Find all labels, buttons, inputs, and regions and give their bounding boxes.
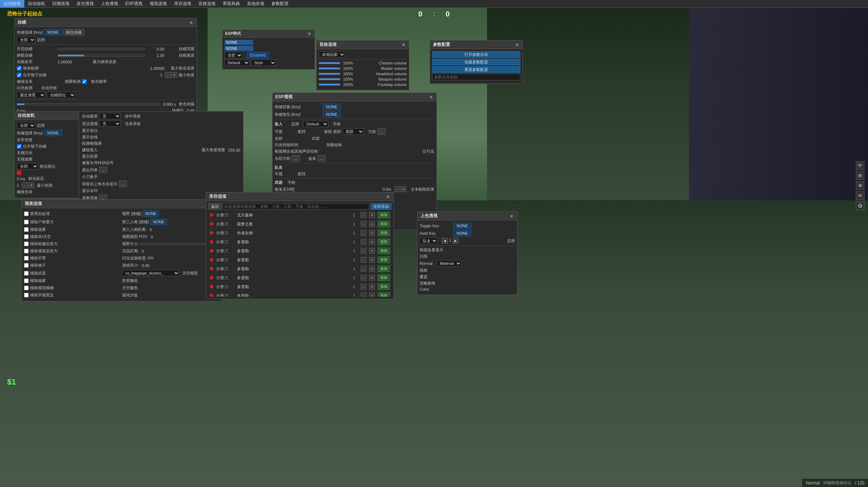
menu-backtrack[interactable]: 回溯选项 <box>49 0 73 8</box>
af-all-dropdown[interactable]: 全部 <box>17 122 35 129</box>
esp-style-style-dropdown[interactable]: Style <box>251 59 276 66</box>
menu-ui[interactable]: 界面风格 <box>219 0 243 8</box>
esp-glock-minus[interactable]: - <box>394 186 400 192</box>
aim-delay-slider[interactable] <box>17 103 160 105</box>
misc-autorecv-dropdown[interactable]: 无 <box>99 113 121 119</box>
menu-autofire[interactable]: 自动放机 <box>24 0 49 8</box>
inventory-item-plus[interactable]: + <box>369 284 375 290</box>
esp-glock-plus[interactable]: + <box>401 186 406 192</box>
inventory-search-input[interactable] <box>223 203 369 210</box>
inventory-item-add[interactable]: 添加 <box>378 248 390 254</box>
visual-removesleeve-cb[interactable] <box>24 263 29 268</box>
visual-remove3d-cb[interactable] <box>24 234 29 239</box>
aim-hold-btn[interactable]: 按住自瞄 <box>63 29 84 35</box>
sound-close[interactable]: × <box>401 42 406 47</box>
visual-removecorpse-cb[interactable] <box>24 220 29 224</box>
visual-removeborder-cb[interactable] <box>24 293 29 297</box>
inventory-item-plus[interactable]: + <box>369 230 375 236</box>
menu-misc[interactable]: 其他杂项 <box>243 0 268 8</box>
inventory-item-plus[interactable]: + <box>369 212 375 218</box>
misc-savekill-btn[interactable]: ... <box>119 181 127 187</box>
sound-chicken-slider[interactable] <box>319 62 340 64</box>
inventory-item-minus[interactable]: - <box>361 266 366 272</box>
inventory-item-minus[interactable]: - <box>361 275 366 281</box>
menu-chamesp[interactable]: 上色透视 <box>97 0 122 8</box>
esp-line-dropdown[interactable]: 底部 <box>342 128 364 135</box>
af-mindmg-plus[interactable]: + <box>28 182 34 188</box>
menu-esp[interactable]: ESP透视 <box>122 0 146 8</box>
esp-hp-btn[interactable]: ... <box>318 155 326 162</box>
inventory-item-minus[interactable]: - <box>361 284 366 290</box>
inventory-item-add[interactable]: 添加 <box>378 230 390 236</box>
color-close[interactable]: × <box>509 214 514 219</box>
aim-body-dropdown[interactable]: 自瞄部位 <box>47 92 76 98</box>
inventory-close[interactable]: × <box>386 194 391 199</box>
inventory-item-add[interactable]: 添加 <box>378 274 390 281</box>
visual-removehand-cb[interactable] <box>24 256 29 261</box>
visual-skybox-dropdown[interactable]: cs_baggage_skybox_ <box>122 270 179 276</box>
color-material-dropdown[interactable]: Material <box>437 260 462 267</box>
params-reset-btn[interactable]: 重置参数配置 <box>432 66 520 73</box>
af-mindmg-minus[interactable]: - <box>22 182 28 188</box>
misc-votelist-btn[interactable]: ... <box>99 167 107 173</box>
misc-radar-dropdown[interactable]: 无 <box>99 120 121 127</box>
inventory-item-minus[interactable]: - <box>361 221 366 227</box>
inventory-item-minus[interactable]: - <box>361 248 366 254</box>
inventory-item-add[interactable]: 添加 <box>378 221 390 227</box>
inventory-item-minus[interactable]: - <box>361 239 366 245</box>
inventory-item-add[interactable]: 添加 <box>378 239 390 245</box>
esp-style-default-dropdown[interactable]: Default <box>225 59 250 66</box>
menu-sound[interactable]: 音效选项 <box>195 0 219 8</box>
params-opendir-btn[interactable]: 打开参数目录 <box>432 51 520 58</box>
aim-hotkey-btn[interactable]: NONE <box>44 29 62 35</box>
inventory-item-plus[interactable]: + <box>369 275 375 281</box>
params-create-btn[interactable]: 创建参数配置 <box>432 59 520 65</box>
visual-third-key-btn[interactable]: NONE <box>150 219 167 225</box>
esp-close[interactable]: × <box>429 95 434 100</box>
icon-chat[interactable]: ✉ <box>856 191 864 200</box>
inventory-item-plus[interactable]: + <box>369 239 375 245</box>
menu-autoaim[interactable]: 自动瞄准 <box>0 0 24 8</box>
aim-autoopen-slider[interactable] <box>58 48 145 50</box>
params-filename-input[interactable] <box>432 74 520 80</box>
inventory-item-add[interactable]: 添加 <box>378 292 390 297</box>
af-hotkey-btn[interactable]: NONE <box>44 130 62 136</box>
aim-part-dropdown[interactable]: 最近准星 <box>17 92 45 98</box>
color-page-prev[interactable]: ◄ <box>442 238 448 244</box>
esp-hotkey-hold-btn[interactable]: NONE <box>323 111 341 118</box>
aim-mindmg-plus[interactable]: + <box>172 72 177 78</box>
aim-mindmg-minus[interactable]: - <box>165 72 171 78</box>
visual-fov-key-btn[interactable]: NONE <box>143 210 159 217</box>
params-close[interactable]: × <box>515 42 520 47</box>
esp-style-close[interactable]: × <box>307 31 312 36</box>
inventory-item-minus[interactable]: - <box>361 230 366 236</box>
inventory-item-add[interactable]: 添加 <box>378 283 390 290</box>
icon-power[interactable]: ⏻ <box>856 201 864 210</box>
esp-style-all-dropdown[interactable]: 全部 <box>225 52 242 58</box>
sound-footstep-slider[interactable] <box>319 83 340 86</box>
visual-removerecoil-cb[interactable] <box>24 242 29 246</box>
visual-removefog-cb[interactable] <box>24 227 29 232</box>
visual-fovsize-slider[interactable] <box>140 243 214 245</box>
menu-glowesp[interactable]: 发光透视 <box>73 0 97 8</box>
inventory-item-plus[interactable]: + <box>369 266 375 272</box>
esp-headbox-btn[interactable]: ... <box>292 155 300 162</box>
autoaim-close[interactable]: × <box>189 20 194 25</box>
aim-all-dropdown[interactable]: 全部 <box>17 37 35 43</box>
esp-box-btn[interactable]: ... <box>377 128 385 135</box>
menu-params[interactable]: 参数配置 <box>268 0 292 8</box>
sound-local-dropdown[interactable]: 本地玩家 <box>319 51 345 58</box>
inventory-item-minus[interactable]: - <box>361 212 366 218</box>
icon-chinese[interactable]: 中 <box>856 161 864 170</box>
esp-default-dropdown[interactable]: Default <box>303 121 328 127</box>
aim-wall-cb[interactable] <box>17 66 21 71</box>
esp-hotkey-switch-btn[interactable]: NONE <box>323 104 341 110</box>
inventory-item-add[interactable]: 添加 <box>378 266 390 272</box>
inventory-back-btn[interactable]: 返回 <box>208 203 221 210</box>
menu-inventory[interactable]: 库存选项 <box>170 0 195 8</box>
inventory-item-minus[interactable]: - <box>361 257 366 263</box>
af-ctrlshoot-cb[interactable] <box>17 144 21 149</box>
visual-disablepp-cb[interactable] <box>24 211 29 216</box>
sound-master-slider[interactable] <box>319 67 340 70</box>
inventory-item-plus[interactable]: + <box>369 257 375 263</box>
